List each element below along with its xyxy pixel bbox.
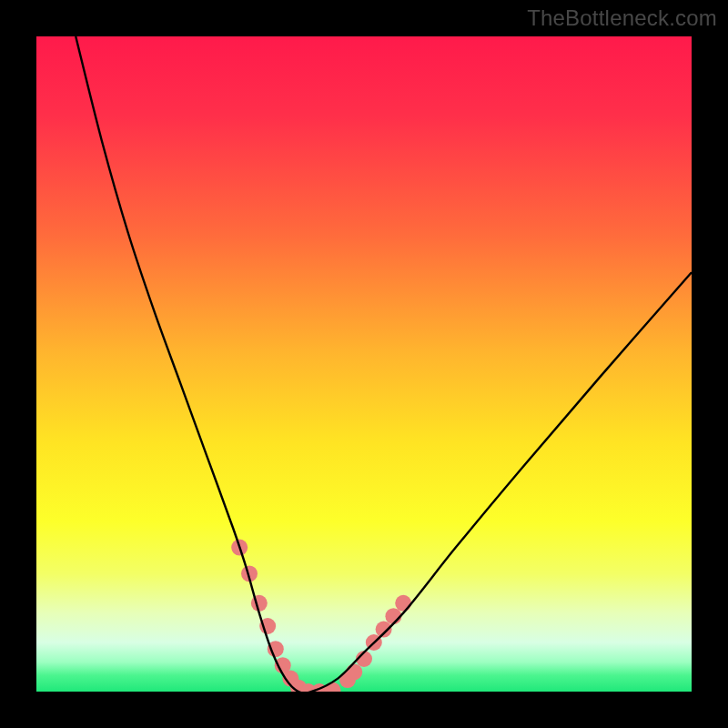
highlight-markers — [231, 540, 411, 692]
highlight-marker — [251, 595, 268, 612]
chart-frame: TheBottleneck.com — [0, 0, 728, 728]
highlight-marker — [395, 595, 411, 612]
plot-area — [36, 36, 692, 692]
curve-layer — [36, 36, 692, 692]
highlight-marker — [324, 682, 340, 692]
bottleneck-curve — [76, 36, 692, 692]
highlight-marker — [346, 663, 362, 680]
attribution-label: TheBottleneck.com — [527, 5, 717, 31]
highlight-marker — [376, 622, 392, 638]
